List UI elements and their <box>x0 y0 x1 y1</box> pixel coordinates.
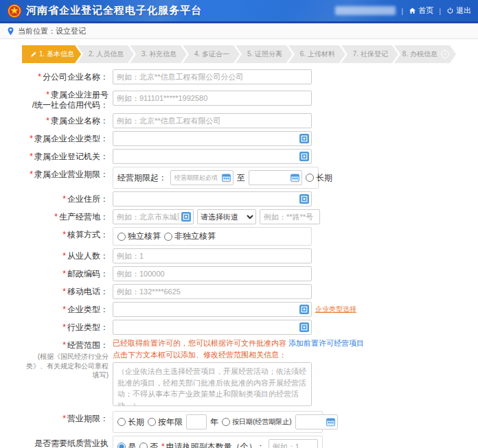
parent-credit-code-input[interactable] <box>113 91 312 106</box>
tab-label: 6. 上传材料 <box>300 49 335 59</box>
employees-input[interactable] <box>113 248 312 263</box>
parent-type-label: 隶属企业企业类型： <box>34 134 109 143</box>
longterm-radio-option[interactable]: 长期 <box>306 172 332 184</box>
copies-input[interactable] <box>269 439 318 448</box>
paper-no-label: 否 <box>150 441 158 448</box>
independent-accounting-radio[interactable] <box>117 233 126 241</box>
required-marker: * <box>62 340 66 350</box>
required-marker: * <box>30 134 33 143</box>
term-start-label: 经营期限起： <box>117 172 167 184</box>
tab-social-security[interactable]: 7. 社保登记 <box>341 45 398 63</box>
tab-basic-info[interactable]: 1. 基本信息 <box>22 45 81 63</box>
business-scope-note: (根据《国民经济行业分类》、有关规定和公司章程填写) <box>22 352 109 380</box>
parent-term-label: 隶属企业营业期限： <box>34 169 109 179</box>
national-emblem-icon <box>7 3 22 19</box>
parent-name-input[interactable] <box>113 113 312 128</box>
company-type-input[interactable] <box>113 302 312 317</box>
paper-yes-radio[interactable] <box>117 443 126 448</box>
non-independent-accounting-option[interactable]: 非独立核算 <box>164 231 216 242</box>
paper-no-option[interactable]: 否 <box>139 441 158 448</box>
breadcrumb-label: 当前位置：设立登记 <box>18 26 86 36</box>
parent-code-label-line2: /统一社会信用代码： <box>32 100 109 110</box>
home-label: 首页 <box>418 5 433 16</box>
parent-registry-input[interactable] <box>113 149 312 164</box>
calendar-icon[interactable] <box>291 174 299 182</box>
tab-license-separation[interactable]: 5. 证照分离 <box>236 45 293 63</box>
tab-label: 2. 人员信息 <box>89 49 124 59</box>
browse-select-icon[interactable] <box>299 194 309 204</box>
paper-license-box: 是 否 *申请执照副本数量（个）： <box>113 436 323 448</box>
tab-label: 3. 补充信息 <box>141 49 177 59</box>
branch-name-input[interactable] <box>113 69 312 84</box>
form-row-parent-code: *隶属企业注册号 /统一社会信用代码： <box>22 87 456 110</box>
longterm-label: 长期 <box>316 172 332 184</box>
mobile-input[interactable] <box>113 284 312 299</box>
term-years-input[interactable] <box>186 414 207 429</box>
industry-type-input[interactable] <box>113 320 312 335</box>
parent-name-label: 隶属企业名称： <box>51 116 109 126</box>
paper-yes-label: 是 <box>128 441 136 448</box>
required-marker: * <box>62 194 66 204</box>
tab-label: 8. 办税信息 <box>402 49 437 59</box>
term-by-years-radio[interactable] <box>148 418 156 426</box>
branch-name-label: 分公司企业名称： <box>43 72 109 82</box>
parent-term-box: 经营期限起： 至 长期 <box>113 167 319 189</box>
more-tabs-chevron-icon[interactable]: › <box>441 50 449 58</box>
browse-select-icon[interactable] <box>299 152 309 161</box>
breadcrumb: 当前位置：设立登记 <box>0 23 478 39</box>
independent-accounting-option[interactable]: 独立核算 <box>117 231 161 242</box>
tab-label: 1. 基本信息 <box>39 49 74 59</box>
paper-no-radio[interactable] <box>139 443 148 448</box>
company-type-select-link[interactable]: 企业类型选择 <box>315 305 356 314</box>
term-long-option[interactable]: 长期 <box>117 416 144 428</box>
browse-select-icon[interactable] <box>299 305 309 314</box>
business-scope-textarea[interactable] <box>113 362 312 406</box>
add-prelicense-link[interactable]: 添加前置许可经营项目 <box>288 339 364 347</box>
term-by-date-radio[interactable] <box>222 418 230 426</box>
postcode-input[interactable] <box>113 266 312 281</box>
industry-type-label: 行业类型： <box>67 322 109 332</box>
term-by-date-label: 按日期(经营期限止) <box>232 417 292 427</box>
home-link[interactable]: 首页 <box>409 5 433 16</box>
form-row-postcode: *邮政编码： <box>22 266 456 281</box>
scope-hint-warning: 已经取得前置许可的，您可以根据许可文件批准内容 <box>113 339 286 347</box>
logout-link[interactable]: 退出 <box>446 5 471 16</box>
term-by-date-option[interactable]: 按日期(经营期限止) <box>222 417 292 427</box>
term-by-years-option[interactable]: 按年限 <box>148 416 183 428</box>
location-pin-icon <box>7 27 14 36</box>
required-marker: * <box>62 269 66 279</box>
parent-code-label-line1: 隶属企业注册号 <box>51 90 109 99</box>
required-marker: * <box>62 230 66 239</box>
username-blurred <box>335 6 396 15</box>
browse-select-icon[interactable] <box>299 322 309 332</box>
term-by-years-label: 按年限 <box>158 416 183 428</box>
tab-upload-materials[interactable]: 6. 上传材料 <box>288 45 345 63</box>
employees-label: 从业人数： <box>67 251 109 261</box>
browse-select-icon[interactable] <box>181 212 191 222</box>
calendar-icon[interactable] <box>222 174 231 182</box>
term-long-radio[interactable] <box>117 418 126 426</box>
year-unit-label: 年 <box>210 416 218 428</box>
calendar-icon[interactable] <box>326 418 335 427</box>
non-independent-accounting-radio[interactable] <box>164 233 172 241</box>
paper-yes-option[interactable]: 是 <box>117 441 136 448</box>
road-input[interactable] <box>260 209 320 224</box>
tab-supplementary-info[interactable]: 3. 补充信息 <box>130 45 187 63</box>
parent-type-input[interactable] <box>113 131 312 146</box>
longterm-radio[interactable] <box>306 174 314 182</box>
form-row-business-scope: *经营范围： (根据《国民经济行业分类》、有关规定和公司章程填写) 已经取得前置… <box>22 338 456 408</box>
browse-select-icon[interactable] <box>299 134 309 143</box>
tab-personnel-info[interactable]: 2. 人员信息 <box>77 45 134 63</box>
tab-multi-certificate[interactable]: 4. 多证合一 <box>183 45 240 63</box>
tab-label: 4. 多证合一 <box>194 49 229 59</box>
production-place-label: 生产经营地： <box>59 212 109 222</box>
tab-tax-info[interactable]: 8. 办税信息 › <box>394 45 456 63</box>
business-term-box: 长期 按年限 年 按日期(经营期限止) <box>113 411 323 433</box>
address-input[interactable] <box>113 191 312 207</box>
required-marker: * <box>30 169 33 179</box>
header-divider: | <box>401 7 403 15</box>
mobile-label: 移动电话： <box>67 287 109 296</box>
required-marker: * <box>54 212 58 222</box>
form-row-company-type: *企业类型： 企业类型选择 <box>22 302 456 317</box>
street-select[interactable]: 请选择街道 <box>197 209 256 224</box>
